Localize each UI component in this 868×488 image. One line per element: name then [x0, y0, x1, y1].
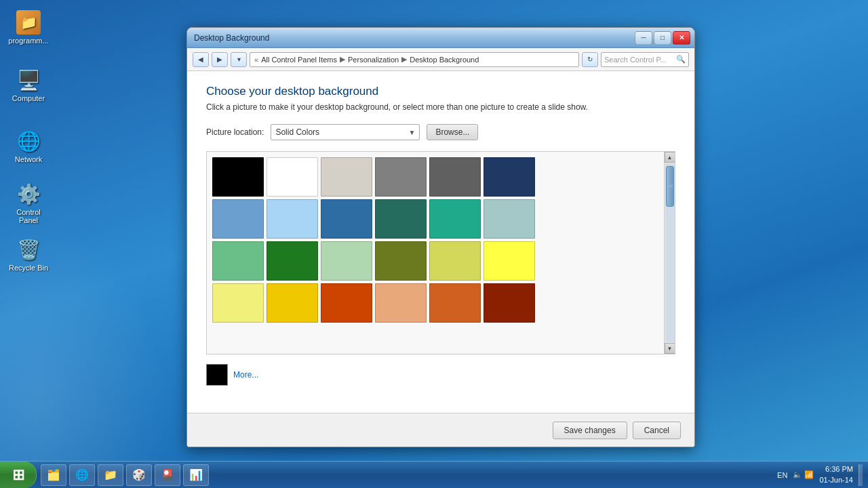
clock: 6:36 PM 01-Jun-14 — [819, 464, 853, 485]
search-box[interactable]: Search Control P... 🔍 — [601, 52, 689, 67]
taskbar-button-chrome[interactable]: 🌐 — [69, 464, 95, 486]
scrollbar-up-arrow[interactable]: ▲ — [665, 152, 675, 163]
color-grid-scrollbar: ▲ ▼ — [664, 152, 675, 354]
color-swatch-golden-yellow[interactable] — [267, 283, 318, 323]
breadcrumb-arrows: « — [254, 56, 258, 64]
color-swatch-navy[interactable] — [484, 157, 535, 197]
color-swatch-dark-teal[interactable] — [375, 199, 427, 239]
location-row: Picture location: Solid Colors ▼ Browse.… — [206, 124, 675, 140]
scrollbar-down-arrow[interactable]: ▼ — [665, 343, 675, 354]
desktop-icon-network[interactable]: 🌐 Network — [7, 129, 50, 163]
color-swatch-white[interactable] — [267, 157, 318, 197]
cancel-button[interactable]: Cancel — [633, 422, 681, 439]
color-row-3 — [212, 241, 658, 281]
color-swatch-black[interactable] — [212, 157, 264, 197]
desktop-background-window: Desktop Background ─ □ ✕ ◀ ▶ ▾ « All Con… — [186, 27, 695, 447]
search-icon: 🔍 — [676, 55, 686, 64]
maximize-button[interactable]: □ — [654, 31, 671, 45]
breadcrumb-all-control-panel[interactable]: All Control Panel Items — [261, 56, 337, 64]
color-row-2 — [212, 199, 658, 239]
title-bar-controls: ─ □ ✕ — [635, 31, 690, 45]
color-swatch-yellow-green[interactable] — [429, 241, 481, 281]
desktop-icon-programs[interactable]: 📁 programm... — [7, 10, 50, 45]
color-grid — [207, 152, 664, 354]
minimize-button[interactable]: ─ — [635, 31, 652, 45]
color-swatch-orange[interactable] — [429, 283, 481, 323]
refresh-button[interactable]: ↻ — [582, 52, 598, 67]
color-swatch-pale-yellow[interactable] — [212, 283, 264, 323]
taskbar-button-folder[interactable]: 📁 — [98, 464, 123, 486]
page-title: Choose your desktop background — [206, 85, 675, 98]
more-colors-link[interactable]: More... — [233, 370, 258, 380]
more-color-preview — [206, 364, 228, 386]
save-changes-button[interactable]: Save changes — [553, 422, 627, 439]
taskbar-right: EN 🔈 📶 6:36 PM 01-Jun-14 — [777, 464, 868, 486]
title-bar: Desktop Background ─ □ ✕ — [187, 28, 694, 48]
window-title: Desktop Background — [191, 33, 635, 43]
taskbar-button-app1[interactable]: 🎲 — [126, 464, 152, 486]
clock-date: 01-Jun-14 — [819, 475, 853, 485]
color-swatch-medium-teal[interactable] — [429, 199, 481, 239]
color-swatch-bright-yellow[interactable] — [484, 241, 535, 281]
color-swatch-dark-green[interactable] — [267, 241, 318, 281]
clock-time: 6:36 PM — [819, 464, 853, 474]
breadcrumb-desktop-background[interactable]: Desktop Background — [410, 56, 479, 64]
recent-pages-button[interactable]: ▾ — [231, 52, 247, 67]
color-swatch-teal-blue[interactable] — [321, 199, 372, 239]
desktop-icon-recycle-bin[interactable]: 🗑️ Recycle Bin — [7, 237, 50, 272]
color-grid-container: ▲ ▼ — [206, 151, 675, 354]
taskbar-button-app3[interactable]: 📊 — [183, 464, 209, 486]
color-swatch-pale-green[interactable] — [321, 241, 372, 281]
color-row-4 — [212, 283, 658, 323]
page-description: Click a picture to make it your desktop … — [206, 102, 675, 112]
forward-button[interactable]: ▶ — [212, 52, 228, 67]
breadcrumb-personalization[interactable]: Personalization — [348, 56, 399, 64]
close-button[interactable]: ✕ — [673, 31, 690, 45]
color-swatch-steel-blue[interactable] — [212, 199, 264, 239]
taskbar-button-explorer[interactable]: 🗂️ — [41, 464, 66, 486]
desktop: 📁 programm... 🖥️ Computer 🌐 Network ⚙️ C… — [0, 0, 868, 488]
desktop-icon-computer[interactable]: 🖥️ Computer — [7, 68, 50, 102]
color-swatch-olive[interactable] — [375, 241, 427, 281]
picture-location-dropdown[interactable]: Solid Colors ▼ — [271, 124, 420, 140]
color-swatch-medium-gray[interactable] — [375, 157, 427, 197]
color-swatch-dark-red[interactable] — [484, 283, 535, 323]
taskbar: ⊞ 🗂️ 🌐 📁 🎲 🎴 📊 EN 🔈 📶 6:36 PM 01-Jun-14 — [0, 461, 868, 488]
color-swatch-peach[interactable] — [375, 283, 427, 323]
color-swatch-light-blue[interactable] — [267, 199, 318, 239]
color-row-1 — [212, 157, 658, 197]
color-swatch-light-green[interactable] — [212, 241, 264, 281]
dropdown-arrow-icon: ▼ — [408, 129, 415, 136]
window-footer: Save changes Cancel — [187, 413, 694, 447]
language-indicator: EN — [777, 471, 787, 479]
taskbar-button-app2[interactable]: 🎴 — [155, 464, 180, 486]
address-path[interactable]: « All Control Panel Items ▶ Personalizat… — [250, 52, 579, 67]
back-button[interactable]: ◀ — [193, 52, 209, 67]
more-colors-row: More... — [206, 364, 675, 386]
scrollbar-track[interactable] — [665, 163, 675, 342]
browse-button[interactable]: Browse... — [427, 124, 478, 140]
color-swatch-light-gray[interactable] — [321, 157, 372, 197]
desktop-decoration — [0, 190, 190, 461]
window-content: Choose your desktop background Click a p… — [187, 71, 694, 413]
show-desktop-button[interactable] — [859, 464, 863, 486]
desktop-icon-control-panel[interactable]: ⚙️ Control Panel — [7, 182, 50, 224]
address-bar: ◀ ▶ ▾ « All Control Panel Items ▶ Person… — [187, 48, 694, 71]
start-button[interactable]: ⊞ — [0, 462, 37, 488]
system-tray-icons: 🔈 📶 — [793, 470, 814, 479]
color-swatch-pale-teal[interactable] — [484, 199, 535, 239]
scrollbar-grip — [667, 185, 673, 187]
scrollbar-thumb[interactable] — [666, 166, 674, 207]
location-label: Picture location: — [206, 127, 264, 137]
color-swatch-red-orange[interactable] — [321, 283, 372, 323]
color-swatch-dark-gray[interactable] — [429, 157, 481, 197]
